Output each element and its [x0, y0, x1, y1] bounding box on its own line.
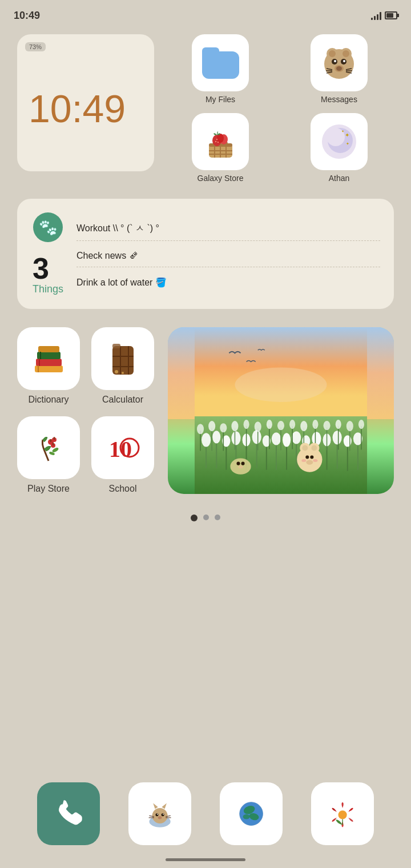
svg-point-115: [300, 421, 307, 431]
paw-icon: 🐾: [39, 219, 57, 236]
home-screen: 73% 10:49 My Files: [0, 29, 411, 541]
galaxy-store-label: Galaxy Store: [198, 174, 244, 183]
play-store-icon: [17, 416, 80, 479]
home-apps-grid: Dictionary: [17, 327, 154, 494]
svg-point-107: [255, 421, 261, 432]
play-store-label: Play Store: [27, 484, 70, 494]
svg-point-103: [231, 421, 238, 431]
svg-point-81: [283, 433, 291, 447]
svg-point-123: [346, 421, 353, 431]
todo-count: 3: [33, 254, 63, 283]
my-files-icon: [192, 34, 249, 91]
dictionary-icon: [17, 327, 80, 390]
svg-rect-18: [209, 143, 232, 147]
calculator-svg: [104, 340, 142, 377]
app-my-files[interactable]: My Files: [166, 34, 275, 104]
svg-point-3: [329, 50, 336, 57]
svg-point-79: [272, 432, 281, 445]
top-section: 73% 10:49 My Files: [17, 34, 394, 183]
todo-label: Things: [33, 283, 63, 295]
svg-point-28: [215, 141, 216, 142]
messages-icon-svg: [321, 45, 358, 82]
svg-point-129: [302, 445, 308, 451]
photo-widget: 〜 〜 〜: [168, 327, 394, 494]
svg-point-99: [208, 421, 215, 431]
app-galaxy-store[interactable]: Galaxy Store: [166, 113, 275, 183]
flower-icon: [311, 782, 374, 845]
svg-point-138: [241, 462, 245, 465]
svg-point-146: [157, 814, 158, 815]
app-messages[interactable]: Messages: [284, 34, 394, 104]
home-indicator[interactable]: [166, 858, 245, 861]
svg-point-130: [311, 445, 317, 451]
svg-marker-142: [153, 803, 158, 809]
svg-point-147: [163, 814, 164, 815]
flower-svg: [327, 798, 358, 830]
school-svg: 10: [104, 429, 142, 467]
svg-point-117: [312, 420, 318, 429]
svg-rect-36: [35, 365, 63, 372]
svg-point-134: [301, 459, 306, 462]
svg-point-144: [155, 813, 158, 816]
svg-text:✦: ✦: [345, 132, 349, 138]
athan-label: Athan: [329, 174, 350, 183]
scene-svg: [168, 327, 394, 494]
app-calculator[interactable]: Calculator: [91, 327, 154, 405]
svg-point-65: [202, 433, 211, 447]
clock-widget: 73% 10:49: [17, 34, 154, 171]
page-dot-3[interactable]: [215, 515, 220, 520]
app-dictionary[interactable]: Dictionary: [17, 327, 80, 405]
app-play-store[interactable]: Play Store: [17, 416, 80, 494]
page-indicators: [17, 515, 394, 521]
dock-phone[interactable]: [37, 782, 100, 845]
svg-text:✦: ✦: [346, 142, 349, 146]
svg-point-49: [115, 370, 118, 373]
dock: [0, 782, 411, 845]
svg-point-132: [310, 456, 313, 459]
pet-svg: [144, 798, 176, 830]
svg-point-133: [306, 460, 313, 465]
my-files-label: My Files: [206, 95, 235, 104]
svg-point-50: [122, 372, 124, 374]
status-bar: 10:49: [0, 0, 411, 29]
app-athan[interactable]: ✦ ✦ ✦ Athan: [284, 113, 394, 183]
dock-moon[interactable]: [220, 782, 283, 845]
svg-point-135: [313, 459, 317, 462]
page-dot-1[interactable]: [191, 515, 198, 521]
svg-point-109: [267, 420, 272, 429]
svg-point-125: [358, 420, 364, 429]
page-dot-2[interactable]: [203, 515, 209, 520]
status-icons: [371, 11, 397, 20]
school-label: School: [109, 484, 137, 494]
galaxy-store-svg: [202, 123, 239, 160]
svg-point-157: [243, 814, 249, 818]
todo-item-3[interactable]: Drink a lot of water 🪣: [76, 271, 380, 294]
svg-point-101: [220, 423, 227, 432]
svg-point-141: [152, 807, 167, 823]
apps-section: Dictionary: [17, 327, 394, 494]
svg-point-148: [158, 816, 162, 819]
dock-flower[interactable]: [311, 782, 374, 845]
svg-point-91: [333, 431, 342, 444]
app-school[interactable]: 10 School: [91, 416, 154, 494]
todo-item-2[interactable]: Check news 🗞: [76, 245, 380, 267]
svg-marker-143: [162, 803, 166, 809]
pet-icon: [128, 782, 191, 845]
dock-pet[interactable]: [128, 782, 191, 845]
svg-point-71: [231, 431, 240, 445]
todo-text-2: Check news 🗞: [76, 251, 138, 261]
svg-point-139: [238, 465, 243, 468]
svg-point-105: [244, 420, 249, 429]
svg-point-7: [334, 60, 336, 62]
school-icon: 10: [91, 416, 154, 479]
todo-text-3: Drink a lot of water 🪣: [76, 277, 167, 288]
battery-percent: 73%: [25, 42, 46, 51]
svg-point-75: [252, 430, 261, 444]
todo-widget: 🐾 3 Things Workout \\ ° (` ㅅ `) ° Check …: [17, 199, 394, 309]
battery-icon: [385, 11, 397, 19]
svg-point-111: [277, 421, 284, 430]
todo-left: 🐾 3 Things: [31, 212, 65, 295]
todo-item-1[interactable]: Workout \\ ° (` ㅅ `) °: [76, 217, 380, 241]
svg-point-93: [344, 435, 352, 447]
svg-point-4: [342, 50, 349, 57]
